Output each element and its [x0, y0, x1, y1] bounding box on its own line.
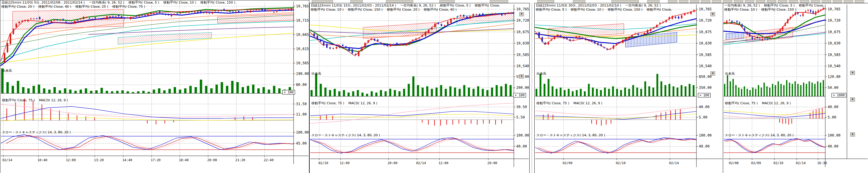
background-toolbar-button[interactable] [767, 0, 776, 3]
background-toolbar-button[interactable] [690, 0, 700, 3]
chart-panel-nikkei225mini-5min: 日経225mini 11/03( 5分, 2011/02/08 - 2011/0… [0, 0, 309, 173]
time-axis-label: 22:40 [264, 158, 273, 162]
chart-header-line2: 移動平均( Close, 10 ) 移動平均( Close, 150 ) 移動平… [311, 8, 528, 12]
chart-header-line1: 一目均衡表( 9, 26, 52 ) 移動平均( Close, 5 ) 移動平均… [724, 4, 867, 8]
time-axis-label: 20:00 [488, 161, 497, 165]
axis-label-stochastics: 100.00 [699, 133, 712, 137]
axis-label-price: 10,675 [828, 30, 840, 34]
background-toolbar-button[interactable] [833, 0, 842, 3]
axis-label-stochastics: 100.00 [296, 130, 309, 135]
background-toolbar-button[interactable] [701, 0, 710, 3]
axis-label-price: 10,540 [516, 64, 529, 68]
panel-divider [532, 3, 532, 173]
axis-label-volume: 80.00 [296, 83, 307, 87]
dropdown-arrow-icon[interactable]: ▼ [850, 98, 855, 102]
background-toolbar-button[interactable] [800, 0, 809, 3]
axis-label-macd: 40.00 [828, 105, 838, 109]
volume-scale-badge: × 100 [513, 93, 526, 98]
axis-label-stochastics: 40.00 [516, 144, 527, 148]
time-axis-label: 02/14 [416, 161, 426, 165]
chart-header-line1: 日経225mini 11/03( 15分, 2011/02/03 - 2011/… [311, 4, 528, 8]
dropdown-arrow-icon[interactable]: ▼ [710, 12, 715, 16]
dropdown-arrow-icon[interactable]: ▼ [519, 74, 524, 78]
background-toolbar-button[interactable] [734, 0, 743, 3]
background-toolbar-button[interactable] [855, 0, 864, 3]
axis-label-macd: 5.00 [828, 115, 836, 119]
time-axis-label: 20:00 [388, 161, 398, 165]
axis-label-price: 10,565 [296, 61, 309, 65]
axis-label-price: 10,585 [699, 53, 712, 57]
volume-scale-badge: × 1000 [832, 93, 846, 98]
time-axis-label: 17:20 [151, 158, 161, 162]
background-toolbar-button[interactable] [745, 0, 754, 3]
background-toolbar-button[interactable] [822, 0, 831, 3]
chart-header-line2: 移動平均( Close, 20 ) 移動平均( Close, 40 ) 移動平均… [1, 5, 308, 9]
axis-label-volume: 850.00 [699, 75, 712, 79]
time-axis-label: 21:20 [236, 158, 245, 162]
time-axis-label: 02/10 [616, 161, 626, 165]
background-window-fragment [612, 0, 639, 3]
background-window-fragment [573, 0, 585, 3]
axis-label-macd: 31.50 [296, 102, 307, 106]
background-toolbar-button[interactable] [712, 0, 721, 3]
axis-label-price: 10,720 [699, 19, 712, 23]
time-axis-label: 10:40 [37, 158, 47, 162]
chart-header-line2: 移動平均( Close, 10 ) 移動平均( Close, 150 ) [724, 8, 867, 12]
background-toolbar-button[interactable] [723, 0, 732, 3]
axis-label-price: 10,630 [516, 41, 529, 45]
chart-canvas [723, 3, 868, 173]
background-toolbar-button[interactable] [679, 0, 688, 3]
time-axis-label: 02/08 [729, 161, 739, 165]
stochastics-section-label: スロー・ストキャスティクス( 14, 3, 80, 20 ) [725, 133, 794, 137]
dropdown-arrow-icon[interactable]: ▼ [850, 132, 855, 137]
axis-label-stochastics: 100.00 [828, 133, 840, 137]
background-window-fragment [439, 0, 455, 3]
dropdown-arrow-icon[interactable]: ▼ [850, 71, 855, 75]
background-window-fragment [537, 0, 554, 3]
axis-label-price: 10,675 [516, 30, 529, 34]
axis-label-stochastics: 40.00 [699, 144, 710, 148]
background-toolbar-button[interactable] [778, 0, 787, 3]
axis-label-price: 10,540 [699, 64, 712, 68]
volume-section-label: 出来高 [725, 71, 735, 76]
axis-label-price: 10,675 [699, 30, 712, 34]
volume-scale-badge: × 100 [282, 90, 295, 95]
background-window-fragment [490, 0, 508, 3]
chart-panel-nikkei225mini-30min: 日経225mini 11/03( 30分, 2011/02/03 - 2011/… [534, 3, 723, 173]
time-axis-label: 13:20 [94, 158, 104, 162]
background-window-fragment [350, 0, 363, 3]
background-toolbar-button[interactable] [789, 0, 798, 3]
time-axis-label: 20:00 [207, 158, 217, 162]
axis-label-macd: 5.00 [699, 115, 707, 119]
axis-label-volume: 190.00 [296, 72, 309, 76]
volume-section-label: 出来高 [536, 71, 546, 76]
axis-label-price: 10,615 [296, 47, 309, 51]
dropdown-arrow-icon[interactable]: ▼ [710, 71, 715, 75]
axis-label-price: 10,585 [516, 53, 529, 57]
dropdown-arrow-icon[interactable]: ▼ [519, 12, 524, 16]
axis-label-price: 10,540 [828, 64, 840, 68]
background-toolbar-button[interactable] [668, 0, 677, 3]
background-toolbar-button[interactable] [844, 0, 853, 3]
chart-header-line1: 日経225mini 11/03( 5分, 2011/02/08 - 2011/0… [1, 1, 308, 5]
axis-label-price: 10,720 [828, 19, 840, 23]
stochastics-section-label: スロー・ストキャスティクス( 14, 3, 80, 20 ) [536, 133, 605, 137]
axis-label-volume: 350.00 [699, 85, 712, 90]
background-toolbar-button[interactable] [756, 0, 765, 3]
time-axis-label: 12:00 [340, 161, 349, 165]
volume-scale-badge: × 100 [698, 93, 711, 98]
macd-section-label: 移動平均( Close, 75 ) MACD( 12, 26, 9 ) [311, 101, 377, 105]
background-window-fragment [386, 0, 413, 3]
axis-label-macd: 11.00 [296, 112, 307, 116]
chart-canvas [0, 0, 309, 173]
time-axis-label: 16:30 [817, 161, 827, 165]
background-toolbar-button[interactable] [811, 0, 820, 3]
chart-canvas [535, 3, 723, 173]
time-axis-label: 02/14 [796, 161, 806, 165]
axis-label-volume: 120.00 [828, 75, 840, 79]
axis-label-volume: 200.00 [516, 85, 529, 90]
chart-header-line1: 日経225mini 11/03( 30分, 2011/02/03 - 2011/… [536, 4, 722, 8]
chart-canvas [310, 3, 529, 173]
time-axis-label: 18:40 [179, 158, 188, 162]
axis-label-price: 10,665 [296, 33, 309, 37]
